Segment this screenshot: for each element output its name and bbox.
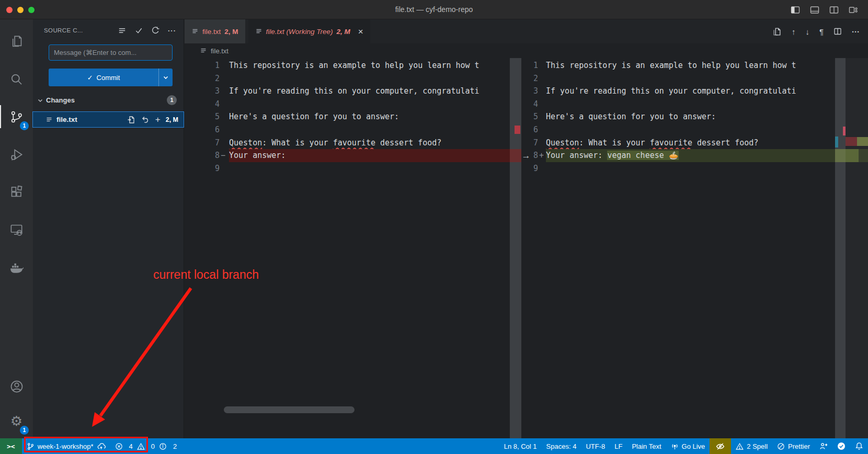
breadcrumb[interactable]: file.txt xyxy=(184,43,868,58)
toggle-secondary-sidebar-icon[interactable] xyxy=(829,5,839,15)
remote-indicator[interactable]: >< xyxy=(0,438,22,454)
diff-marker xyxy=(220,98,229,111)
original-editor[interactable]: 1This repository is an example to help y… xyxy=(184,58,510,438)
settings-button[interactable]: ⚙ 1 xyxy=(0,404,33,438)
code-line[interactable]: 4 xyxy=(531,98,868,111)
more-actions-icon[interactable]: ··· xyxy=(852,27,860,36)
open-changes-icon[interactable] xyxy=(773,27,782,36)
customize-layout-icon[interactable] xyxy=(848,5,859,15)
encoding-item[interactable]: UTF-8 xyxy=(581,438,610,454)
next-change-icon[interactable]: ↓ xyxy=(805,27,809,36)
render-whitespace-icon[interactable]: ¶ xyxy=(819,27,824,36)
right-scrollbar[interactable] xyxy=(835,58,846,438)
code-line[interactable]: 2 xyxy=(531,72,868,85)
notifications-item[interactable] xyxy=(850,438,868,454)
modified-editor[interactable]: 1This repository is an example to help y… xyxy=(531,58,868,438)
diff-marker xyxy=(538,162,546,175)
sidebar-item-explorer[interactable] xyxy=(0,22,33,60)
sidebar-item-docker[interactable] xyxy=(0,248,33,286)
line-number: 2 xyxy=(531,72,538,85)
tab-file-txt-working-tree[interactable]: file.txt (Working Tree) 2, M × xyxy=(248,19,370,43)
diff-marker xyxy=(220,110,229,123)
overview-ruler-deleted-mark xyxy=(846,137,857,146)
status-bar: >< week-1-workshop* 4 0 2 Ln 8, Col 1 Sp… xyxy=(0,438,868,454)
code-line[interactable]: 8+Your answer: vegan cheese 🥧 xyxy=(531,149,868,162)
code-line[interactable]: 9 xyxy=(184,162,510,175)
remote-explorer-icon xyxy=(9,223,24,237)
feedback-item[interactable] xyxy=(815,438,832,454)
source-control-panel: SOURCE C... ··· ✓ Commit Changes 1 file.… xyxy=(33,19,184,438)
commit-dropdown-button[interactable] xyxy=(158,69,173,86)
code-text: This repository is an example to help yo… xyxy=(229,59,510,72)
misspelled-word: favourite xyxy=(333,138,375,147)
previous-change-icon[interactable]: ↑ xyxy=(792,27,796,36)
line-number: 9 xyxy=(184,162,220,175)
file-name: file.txt xyxy=(56,116,77,123)
gear-icon: ⚙ xyxy=(10,414,22,428)
code-text xyxy=(229,98,510,111)
spell-status-item[interactable]: 2 Spell xyxy=(731,438,772,454)
code-line[interactable]: 8−Your answer: xyxy=(184,149,510,162)
accounts-button[interactable] xyxy=(0,369,33,404)
language-mode-item[interactable]: Plain Text xyxy=(627,438,666,454)
sidebar-item-remote-explorer[interactable] xyxy=(0,211,33,248)
sidebar-item-extensions[interactable] xyxy=(0,173,33,211)
left-scrollbar[interactable] xyxy=(510,58,521,438)
eol-item[interactable]: LF xyxy=(610,438,627,454)
branch-status-item[interactable]: week-1-workshop* xyxy=(22,438,110,454)
code-line[interactable]: 4 xyxy=(184,98,510,111)
toggle-primary-sidebar-icon[interactable] xyxy=(790,5,801,15)
tab-label: file.txt xyxy=(202,28,221,36)
spell-label: 2 Spell xyxy=(747,442,768,450)
code-line[interactable]: 6 xyxy=(531,123,868,137)
diff-marker xyxy=(220,85,229,98)
split-editor-icon[interactable] xyxy=(833,27,842,36)
code-line[interactable]: 9 xyxy=(531,162,868,175)
code-line[interactable]: 2 xyxy=(184,72,510,85)
code-line[interactable]: 3If you're reading this on your computer… xyxy=(531,85,868,98)
publish-cloud-icon xyxy=(97,442,106,451)
spell-checker-toggle-item[interactable] xyxy=(710,438,731,454)
changes-section-header[interactable]: Changes 1 xyxy=(33,93,184,107)
code-line[interactable]: 7Queston: What is your favourite dessert… xyxy=(184,137,510,150)
commit-check-icon[interactable] xyxy=(134,26,143,35)
changed-file-row[interactable]: file.txt + 2, M xyxy=(33,112,184,127)
editor-area: file.txt 2, M file.txt (Working Tree) 2,… xyxy=(184,19,868,438)
prettier-status-item[interactable]: Prettier xyxy=(772,438,815,454)
code-line[interactable]: 5Here's a question for you to answer: xyxy=(184,110,510,123)
go-live-item[interactable]: Go Live xyxy=(666,438,710,454)
discard-changes-icon[interactable] xyxy=(141,116,150,124)
refresh-icon[interactable] xyxy=(151,26,160,35)
horizontal-scrollbar[interactable] xyxy=(224,406,355,413)
open-file-icon[interactable] xyxy=(127,116,135,124)
problems-status-item[interactable]: 4 0 2 xyxy=(110,438,183,454)
code-line[interactable]: 5Here's a question for you to answer: xyxy=(531,110,868,123)
code-line[interactable]: 7Queston: What is your favourite dessert… xyxy=(531,137,868,150)
tab-file-txt[interactable]: file.txt 2, M xyxy=(185,19,245,43)
person-feedback-icon xyxy=(819,442,828,450)
explorer-icon xyxy=(9,35,24,49)
sidebar-item-run-and-debug[interactable] xyxy=(0,135,33,173)
code-line[interactable]: 3If you're reading this on your computer… xyxy=(184,85,510,98)
view-and-sort-icon[interactable] xyxy=(118,26,127,35)
commit-message-input[interactable] xyxy=(49,44,173,61)
tab-badge: 2, M xyxy=(337,28,350,36)
stage-changes-icon[interactable]: + xyxy=(155,115,161,124)
diff-marker xyxy=(220,123,229,137)
code-line[interactable]: 1This repository is an example to help y… xyxy=(531,59,868,72)
commit-button[interactable]: ✓ Commit xyxy=(49,69,173,86)
toggle-panel-icon[interactable] xyxy=(809,5,820,15)
indentation-item[interactable]: Spaces: 4 xyxy=(542,438,581,454)
info-count: 2 xyxy=(173,442,177,450)
code-line[interactable]: 1This repository is an example to help y… xyxy=(184,59,510,72)
sidebar-item-source-control[interactable]: 1 xyxy=(0,98,33,135)
close-icon[interactable]: × xyxy=(358,27,363,36)
code-text xyxy=(229,72,510,85)
status-ok-item[interactable] xyxy=(832,438,850,454)
sidebar-item-search[interactable] xyxy=(0,60,33,98)
diff-change-arrow-icon[interactable]: → xyxy=(521,149,531,162)
line-number: 6 xyxy=(184,123,220,137)
code-line[interactable]: 6 xyxy=(184,123,510,137)
more-actions-icon[interactable]: ··· xyxy=(168,27,176,35)
cursor-position-item[interactable]: Ln 8, Col 1 xyxy=(499,438,542,454)
